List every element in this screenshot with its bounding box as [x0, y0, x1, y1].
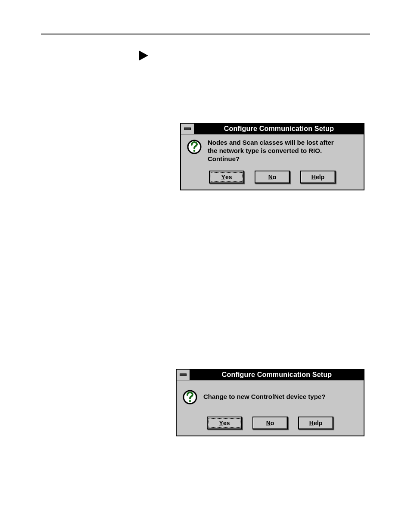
svg-point-3	[189, 400, 191, 402]
system-menu-icon	[184, 128, 191, 130]
button-label-rest: es	[223, 420, 230, 426]
dialog-configure-communication-setup-1: Configure Communication Setup Nodes and …	[180, 123, 364, 190]
question-mark-icon	[183, 390, 197, 404]
system-menu-button[interactable]	[181, 124, 194, 134]
mnemonic-letter: N	[266, 420, 271, 426]
page: Configure Communication Setup Nodes and …	[0, 0, 411, 532]
no-button[interactable]: No	[252, 417, 288, 429]
system-menu-button[interactable]	[177, 370, 190, 380]
mnemonic-letter: N	[268, 174, 273, 180]
yes-button[interactable]: Yes	[207, 417, 242, 429]
titlebar: Configure Communication Setup	[177, 370, 364, 380]
dialog-body: Nodes and Scan classes will be lost afte…	[181, 134, 364, 190]
mnemonic-letter: H	[311, 174, 316, 180]
button-row: Yes No Help	[187, 171, 358, 184]
system-menu-icon	[180, 373, 187, 376]
message-text: Change to new ControlNet device type?	[203, 393, 325, 401]
message-text: Nodes and Scan classes will be lost afte…	[208, 139, 334, 163]
no-button[interactable]: No	[255, 171, 290, 184]
button-label-rest: elp	[316, 174, 324, 180]
message-row: Nodes and Scan classes will be lost afte…	[187, 139, 358, 163]
question-mark-icon	[187, 140, 202, 154]
mnemonic-letter: Y	[221, 174, 225, 180]
button-row: Yes No Help	[183, 417, 358, 429]
button-label-rest: elp	[314, 420, 322, 426]
title-text: Configure Communication Setup	[194, 124, 364, 134]
button-label-rest: es	[225, 174, 232, 180]
button-label-rest: o	[273, 174, 277, 180]
message-row: Change to new ControlNet device type?	[183, 385, 358, 409]
dialog-body: Change to new ControlNet device type? Ye…	[177, 380, 364, 436]
help-button[interactable]: Help	[298, 417, 333, 429]
yes-button[interactable]: Yes	[209, 171, 244, 184]
mnemonic-letter: Y	[219, 420, 223, 426]
play-triangle-icon	[139, 50, 148, 61]
svg-point-1	[193, 150, 196, 152]
button-label-rest: o	[271, 420, 274, 426]
horizontal-rule	[41, 34, 370, 34]
mnemonic-letter: H	[309, 420, 314, 426]
dialog-configure-communication-setup-2: Configure Communication Setup Change to …	[176, 369, 364, 436]
title-text: Configure Communication Setup	[190, 370, 364, 380]
titlebar: Configure Communication Setup	[181, 124, 364, 134]
help-button[interactable]: Help	[300, 171, 336, 184]
